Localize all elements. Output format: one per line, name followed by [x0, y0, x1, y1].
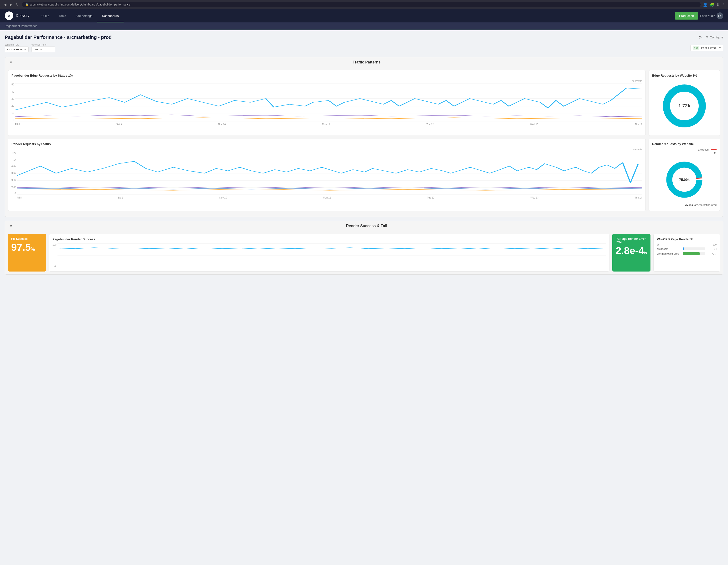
- render-section: ∨ Render Success & Fail PB Success 97.5%…: [5, 221, 723, 275]
- wow-arc-marketing-bar-container: [683, 252, 705, 255]
- wow-arcxpcom-delta: 0 |: [707, 248, 717, 250]
- time-range-chevron: ▾: [719, 46, 721, 50]
- donut2-legend-bottom: 75.04k arc-marketing-prod: [652, 204, 717, 206]
- page-content: Pagebuilder Performance - arcmarketing -…: [0, 30, 728, 282]
- extensions-icon[interactable]: 🧩: [710, 2, 714, 7]
- time-range-selector[interactable]: 1w Past 1 Week ▾: [690, 45, 723, 51]
- wow-scale-max: 100: [712, 243, 717, 246]
- rx-thu14: Thu 14: [635, 196, 642, 199]
- pb-success-value: 97.5%: [11, 242, 43, 252]
- browser-nav-buttons: ◀ ▶ ↻: [3, 2, 20, 7]
- configure-button[interactable]: ⚙ Configure: [706, 36, 723, 39]
- edge-requests-y-axis: 50 40 30 20 10 0: [11, 83, 15, 121]
- filter-env-chevron: ▾: [40, 48, 42, 51]
- nav-dashboards[interactable]: Dashboards: [97, 9, 124, 22]
- edge-requests-title: Pagebuilder Edge Requests by Status 1%: [11, 74, 642, 77]
- filter-env-label: cdnorigin_env: [31, 43, 55, 46]
- time-badge: 1w: [693, 46, 699, 50]
- filter-origin-group: cdnorigin_org arcmarketing ▾: [5, 43, 29, 52]
- render-requests-chart-card: Render requests by Status no events 1.2k…: [8, 139, 646, 211]
- nav-tools[interactable]: Tools: [54, 9, 71, 22]
- render-success-y-axis: 100 90: [52, 243, 57, 267]
- x-sat9: Sat 9: [116, 123, 122, 126]
- filter-origin-select[interactable]: arcmarketing ▾: [5, 47, 29, 52]
- pb-success-card: PB Success 97.5%: [8, 234, 46, 272]
- x-nov10: Nov 10: [218, 123, 226, 126]
- render-section-title: Render Success & Fail: [15, 224, 718, 228]
- filter-origin-value: arcmarketing: [7, 48, 23, 51]
- filter-origin-label: cdnorigin_org: [5, 43, 29, 46]
- menu-icon[interactable]: ⋮: [721, 2, 725, 7]
- y-0: 0: [15, 192, 16, 195]
- refresh-button[interactable]: ↻: [15, 2, 20, 7]
- nav-site-settings[interactable]: Site settings: [71, 9, 97, 22]
- traffic-section-body: Pagebuilder Edge Requests by Status 1% n…: [5, 67, 723, 217]
- filter-origin-chevron: ▾: [24, 48, 26, 51]
- page-title-row: Pagebuilder Performance - arcmarketing -…: [5, 34, 723, 41]
- render-donut-container: 75.09k: [652, 156, 717, 204]
- edge-requests-no-events: no events: [11, 80, 642, 82]
- url-text: arcmarketing.arcpublishing.com/delivery/…: [30, 3, 130, 6]
- wow-arc-marketing-delta: +3.7: [707, 252, 717, 255]
- traffic-collapse-button[interactable]: ∨: [10, 60, 12, 64]
- pb-success-number: 97.5: [11, 242, 31, 253]
- downloads-icon[interactable]: ⬇: [716, 2, 719, 7]
- user-avatar: FY: [717, 12, 723, 19]
- configure-label: Configure: [710, 36, 723, 39]
- legend-arcxpcom-label: arcxpcom: [698, 148, 709, 151]
- traffic-row-1: Pagebuilder Edge Requests by Status 1% n…: [8, 70, 720, 136]
- nav-urls[interactable]: URLs: [37, 9, 54, 22]
- render-collapse-button[interactable]: ∨: [10, 224, 12, 228]
- wow-title: WoW PB Page Render %: [657, 237, 717, 241]
- edge-x-labels: Fri 8 Sat 9 Nov 10 Mon 11 Tue 12 Wed 13 …: [15, 122, 642, 126]
- filter-env-group: cdnorigin_env prod ▾: [31, 43, 55, 52]
- filter-env-select[interactable]: prod ▾: [31, 47, 55, 52]
- logo-circle: A: [5, 11, 13, 20]
- wow-arc-marketing-label: arc-marketing-prod: [657, 252, 681, 255]
- donut1-center-value: 1.72k: [678, 103, 691, 108]
- production-button[interactable]: Production: [675, 12, 698, 20]
- forward-button[interactable]: ▶: [9, 2, 13, 7]
- back-button[interactable]: ◀: [3, 2, 7, 7]
- render-y-axis: 1.2k 1k 0.8k 0.6k 0.4k 0.2k 0: [11, 152, 17, 195]
- error-rate-card: PB Page Render Error Rate 2.8e-4/s: [612, 234, 650, 272]
- page-title: Pagebuilder Performance - arcmarketing -…: [5, 35, 112, 40]
- x-thu14: Thu 14: [635, 123, 642, 126]
- legend-arc-marketing-value: 75.04k: [685, 204, 693, 206]
- edge-requests-chart-area: Fri 8 Sat 9 Nov 10 Mon 11 Tue 12 Wed 13 …: [15, 83, 642, 126]
- traffic-section-header: ∨ Traffic Patterns: [5, 57, 723, 67]
- render-cards-row: PB Success 97.5% Pagebuilder Render Succ…: [8, 234, 720, 272]
- edge-donut-container: 1.72k: [652, 80, 717, 132]
- browser-chrome: ◀ ▶ ↻ 🔒 arcmarketing.arcpublishing.com/d…: [0, 0, 728, 9]
- settings-icon[interactable]: ⚙: [697, 34, 703, 41]
- filters-row: cdnorigin_org arcmarketing ▾ cdnorigin_e…: [5, 43, 723, 52]
- lock-icon: 🔒: [25, 3, 29, 6]
- y-0k6: 0.6k: [11, 172, 16, 174]
- error-rate-value: 2.8e-4/s: [616, 246, 647, 256]
- render-requests-no-events: no events: [11, 148, 642, 151]
- render-section-header: ∨ Render Success & Fail: [5, 221, 723, 231]
- rx-nov10: Nov 10: [219, 196, 227, 199]
- render-donut-svg: 75.09k: [663, 158, 706, 201]
- render-success-chart-row: 100 90: [52, 243, 606, 268]
- legend-arc-marketing-label: arc-marketing-prod: [694, 204, 717, 206]
- y-100: 100: [52, 243, 57, 246]
- x-tue12: Tue 12: [426, 123, 434, 126]
- y-label-20: 20: [11, 105, 14, 107]
- y-label-40: 40: [11, 90, 14, 93]
- rx-tue12: Tue 12: [427, 196, 434, 199]
- wow-card: WoW PB Page Render % 95 100 arcxpcom 0 |…: [653, 234, 720, 272]
- url-bar[interactable]: 🔒 arcmarketing.arcpublishing.com/deliver…: [22, 2, 701, 7]
- render-section-body: PB Success 97.5% Pagebuilder Render Succ…: [5, 231, 723, 274]
- rx-mon11: Mon 11: [323, 196, 331, 199]
- wow-scale: 95 100: [657, 243, 717, 246]
- traffic-section: ∨ Traffic Patterns Pagebuilder Edge Requ…: [5, 57, 723, 217]
- user-info: Fatih Yildiz FY: [700, 12, 723, 19]
- error-rate-unit: /s: [644, 251, 647, 255]
- edge-requests-chart-card: Pagebuilder Edge Requests by Status 1% n…: [8, 70, 646, 136]
- profile-icon[interactable]: 👤: [703, 2, 708, 7]
- legend-arcxpcom-line: [711, 149, 717, 150]
- y-90: 90: [54, 265, 57, 267]
- render-success-chart-area: [57, 243, 606, 268]
- render-requests-title: Render requests by Status: [11, 142, 642, 146]
